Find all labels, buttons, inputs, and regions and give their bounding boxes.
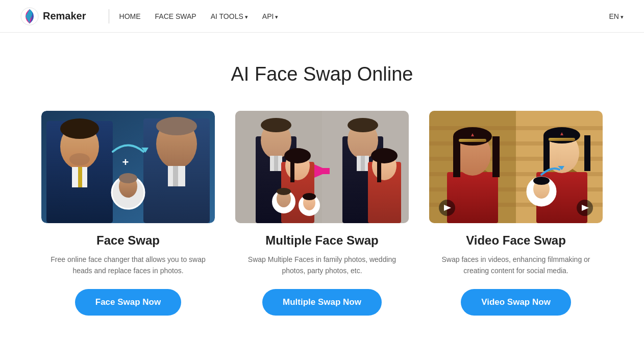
nav-ai-tools[interactable]: AI TOOLS xyxy=(211,12,248,20)
svg-rect-31 xyxy=(314,168,330,174)
svg-rect-40 xyxy=(377,157,381,182)
svg-point-4 xyxy=(60,118,99,139)
svg-point-80 xyxy=(533,177,550,185)
video-swap-now-button[interactable]: Video Swap Now xyxy=(461,289,571,316)
logo-icon xyxy=(20,7,39,26)
svg-point-23 xyxy=(261,118,291,132)
multiple-swap-now-button[interactable]: Multiple Swap Now xyxy=(262,289,382,316)
card-multiple-face-swap-desc: Swap Multiple Faces in family photos, we… xyxy=(235,254,409,277)
svg-rect-76 xyxy=(549,138,575,141)
card-video-face-swap-title: Video Face Swap xyxy=(466,233,566,248)
main-nav: HOME FACE SWAP AI TOOLS API xyxy=(119,12,279,20)
card-video-face-swap-desc: Swap faces in videos, enhancing filmmaki… xyxy=(429,254,603,277)
card-face-swap-image: + xyxy=(41,111,215,223)
card-face-swap-desc: Free online face changer that allows you… xyxy=(41,254,215,277)
svg-point-5 xyxy=(69,153,90,165)
svg-point-10 xyxy=(156,117,197,135)
card-video-face-swap-image xyxy=(429,111,603,223)
svg-rect-74 xyxy=(543,135,550,171)
svg-rect-12 xyxy=(173,166,178,186)
svg-rect-7 xyxy=(78,167,82,187)
header: Remaker HOME FACE SWAP AI TOOLS API EN xyxy=(0,0,644,33)
svg-point-43 xyxy=(277,188,291,195)
card-video-face-swap: Video Face Swap Swap faces in videos, en… xyxy=(429,111,603,316)
header-right: EN xyxy=(609,12,624,20)
card-multiple-face-swap-title: Multiple Face Swap xyxy=(265,233,378,248)
svg-point-39 xyxy=(371,148,398,163)
logo-area[interactable]: Remaker xyxy=(20,7,86,26)
page-title: AI Face Swap Online xyxy=(20,63,624,85)
svg-rect-58 xyxy=(453,136,460,177)
svg-rect-25 xyxy=(274,156,278,171)
svg-rect-29 xyxy=(290,157,294,182)
card-face-swap: + Face Swap Free online face changer tha… xyxy=(41,111,215,316)
svg-rect-55 xyxy=(447,172,498,223)
language-selector[interactable]: EN xyxy=(609,12,624,20)
svg-point-28 xyxy=(284,148,311,163)
card-multiple-face-swap-image xyxy=(235,111,409,223)
logo-text: Remaker xyxy=(43,10,86,22)
card-multiple-face-swap: Multiple Face Swap Swap Multiple Faces i… xyxy=(235,111,409,316)
svg-rect-60 xyxy=(459,139,486,142)
cards-grid: + Face Swap Free online face changer tha… xyxy=(21,111,623,316)
face-swap-now-button[interactable]: Face Swap Now xyxy=(75,289,181,316)
svg-point-34 xyxy=(348,118,378,132)
card-face-swap-title: Face Swap xyxy=(96,233,160,248)
nav-face-swap[interactable]: FACE SWAP xyxy=(155,12,196,20)
main-content: AI Face Swap Online xyxy=(0,33,644,337)
svg-rect-59 xyxy=(492,136,500,177)
nav-home[interactable]: HOME xyxy=(119,12,141,20)
svg-text:+: + xyxy=(122,156,129,168)
svg-rect-75 xyxy=(584,135,590,171)
svg-rect-36 xyxy=(361,156,365,171)
svg-point-15 xyxy=(119,173,137,183)
header-divider xyxy=(109,9,109,23)
svg-point-46 xyxy=(303,193,316,200)
nav-api[interactable]: API xyxy=(262,12,279,20)
